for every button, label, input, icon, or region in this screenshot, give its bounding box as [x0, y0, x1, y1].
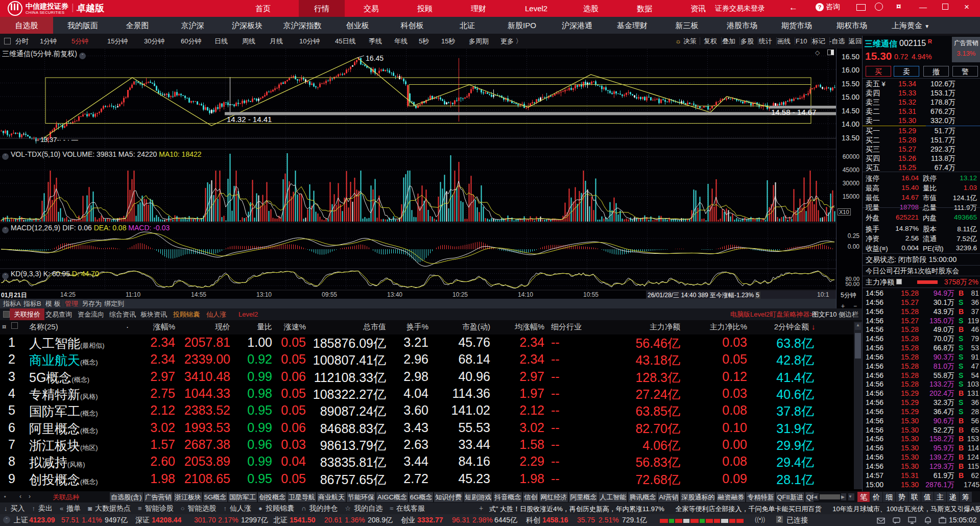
svg-text:←13.37-· - · —: ←13.37-· - · — — [34, 136, 78, 144]
svg-text:14.32 - 14.41: 14.32 - 14.41 — [227, 115, 272, 124]
svg-text:16.45: 16.45 — [366, 54, 384, 62]
svg-text:14.58 - 14.67: 14.58 - 14.67 — [771, 108, 816, 116]
